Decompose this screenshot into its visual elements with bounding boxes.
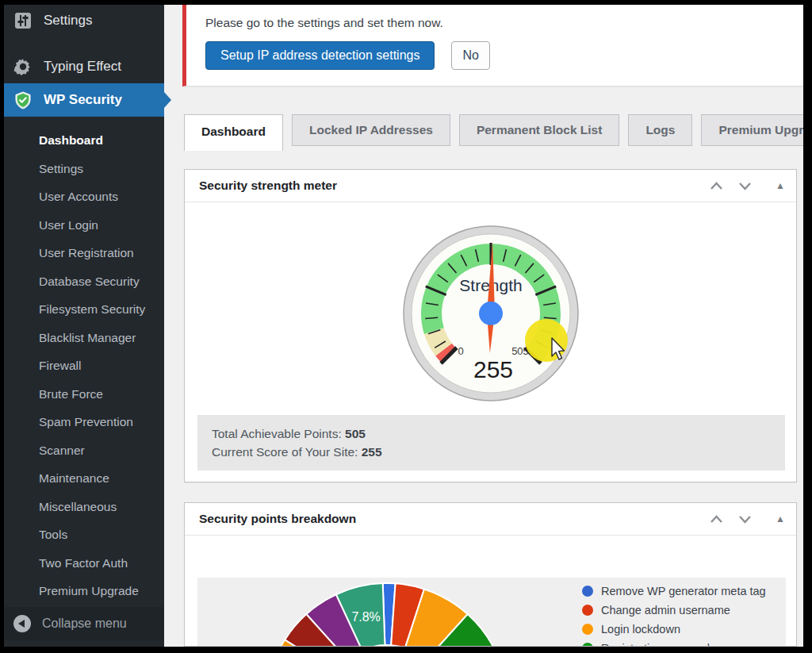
panel-title: Security points breakdown [199, 512, 356, 526]
tab-permanent-block-list[interactable]: Permanent Block List [459, 114, 620, 146]
screen-frame: Settings Typing Effect WP Security Dashb… [4, 5, 803, 647]
legend-color-dot [582, 586, 593, 597]
breakdown-pie-chart: 7.8%7.8%7.8% Remove WP generator meta ta… [197, 578, 786, 647]
sidebar-item-settings[interactable]: Settings [4, 5, 164, 37]
security-strength-meter-panel: Security strength meter ▲ Strength050525… [184, 169, 797, 482]
submenu-item-spam-prevention[interactable]: Spam Prevention [4, 408, 164, 436]
submenu-item-tools[interactable]: Tools [4, 520, 164, 549]
move-down-icon[interactable] [736, 179, 753, 192]
sliders-icon [13, 11, 33, 30]
current-score-line: Current Score of Your Site: 255 [212, 443, 771, 461]
svg-text:0: 0 [458, 345, 463, 357]
total-points-line: Total Achievable Points: 505 [212, 424, 771, 443]
security-strength-gauge: Strength0505255 [402, 225, 580, 402]
svg-text:255: 255 [473, 356, 513, 382]
notice-message: Please go to the settings and set them n… [186, 5, 803, 30]
tab-dashboard[interactable]: Dashboard [184, 114, 283, 151]
shield-icon [13, 90, 33, 109]
submenu-item-two-factor-auth[interactable]: Two Factor Auth [4, 549, 164, 578]
gear-icon [13, 57, 33, 76]
sidebar-item-wp-security[interactable]: WP Security [4, 83, 164, 117]
submenu-item-blacklist-manager[interactable]: Blacklist Manager [4, 324, 164, 352]
sidebar-item-typing-effect[interactable]: Typing Effect [4, 50, 164, 83]
tab-premium-upgrade[interactable]: Premium Upgrade [701, 114, 803, 146]
submenu-item-user-registration[interactable]: User Registration [4, 239, 164, 267]
panel-toggle-icon[interactable]: ▲ [776, 513, 785, 524]
submenu-item-brute-force[interactable]: Brute Force [4, 380, 164, 409]
submenu-item-scanner[interactable]: Scanner [4, 436, 164, 465]
chart-legend: Remove WP generator meta tag Change admi… [582, 582, 766, 647]
submenu-item-maintenance[interactable]: Maintenance [4, 464, 164, 493]
submenu-item-premium-upgrade[interactable]: Premium Upgrade [4, 577, 164, 605]
wp-security-submenu: Dashboard Settings User Accounts User Lo… [4, 117, 164, 605]
sidebar-item-label: Settings [44, 13, 92, 29]
sidebar-item-label: WP Security [44, 92, 122, 108]
sidebar-item-label: Typing Effect [44, 59, 121, 75]
sidebar-separator [4, 37, 164, 50]
collapse-menu-button[interactable]: Collapse menu [4, 607, 164, 640]
legend-item[interactable]: Remove WP generator meta tag [582, 582, 766, 601]
move-down-icon[interactable] [736, 513, 753, 525]
admin-sidebar: Settings Typing Effect WP Security Dashb… [4, 5, 164, 647]
legend-item[interactable]: Change admin username [582, 601, 766, 620]
submenu-item-firewall[interactable]: Firewall [4, 351, 164, 380]
move-up-icon[interactable] [707, 513, 725, 525]
legend-color-dot [582, 624, 593, 635]
legend-item[interactable]: Login lockdown [582, 620, 766, 639]
move-up-icon[interactable] [707, 179, 725, 192]
dashboard-tab-bar: Dashboard Locked IP Addresses Permanent … [184, 114, 803, 151]
panel-toggle-icon[interactable]: ▲ [776, 180, 785, 191]
score-summary-box: Total Achievable Points: 505 Current Sco… [197, 415, 785, 471]
panel-title: Security strength meter [199, 179, 337, 193]
submenu-item-filesystem-security[interactable]: Filesystem Security [4, 295, 164, 324]
submenu-item-miscellaneous[interactable]: Miscellaneous [4, 493, 164, 521]
setup-ip-detection-button[interactable]: Setup IP address detection settings [205, 41, 435, 70]
collapse-arrow-icon [13, 615, 31, 632]
submenu-item-user-login[interactable]: User Login [4, 211, 164, 240]
current-menu-arrow [164, 92, 171, 108]
tab-logs[interactable]: Logs [628, 114, 692, 146]
submenu-item-dashboard[interactable]: Dashboard [4, 126, 164, 155]
svg-text:7.8%: 7.8% [351, 610, 380, 624]
submenu-item-user-accounts[interactable]: User Accounts [4, 182, 164, 211]
legend-item[interactable]: Registration approval [582, 639, 766, 647]
submenu-item-database-security[interactable]: Database Security [4, 267, 164, 296]
no-button[interactable]: No [451, 41, 489, 70]
security-points-breakdown-panel: Security points breakdown ▲ 7.8%7.8%7.8%… [184, 502, 797, 647]
submenu-item-settings[interactable]: Settings [4, 155, 164, 183]
collapse-menu-label: Collapse menu [42, 617, 127, 631]
legend-color-dot [582, 605, 593, 616]
tab-locked-ip-addresses[interactable]: Locked IP Addresses [292, 114, 450, 146]
legend-color-dot [582, 643, 593, 647]
admin-notice: Please go to the settings and set them n… [182, 5, 803, 86]
